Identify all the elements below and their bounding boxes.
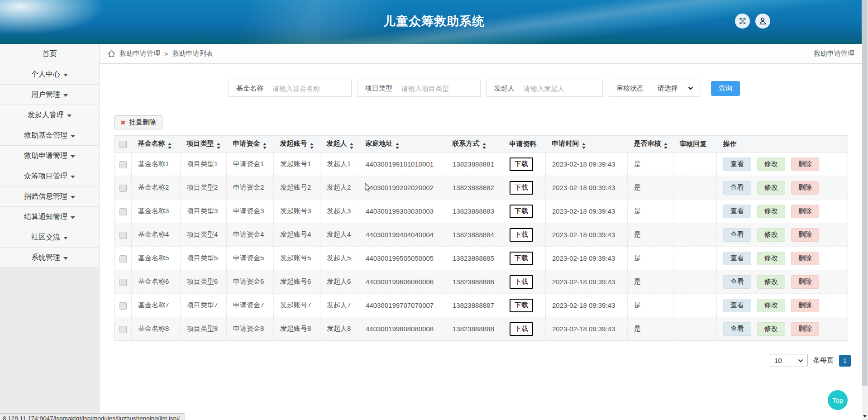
initiator-filter-input[interactable] (522, 85, 602, 92)
breadcrumb-section[interactable]: 救助申请管理 (119, 49, 160, 58)
sidebar-item-救助申请管理[interactable]: 救助申请管理 (0, 146, 99, 166)
delete-button[interactable]: 删除 (791, 228, 819, 242)
column-header-address[interactable]: 家庭地址 (359, 136, 446, 153)
view-button[interactable]: 查看 (723, 181, 751, 195)
delete-button[interactable]: 删除 (791, 205, 819, 218)
cell-ops: 查看修改删除 (717, 247, 848, 270)
edit-button[interactable]: 修改 (757, 275, 785, 289)
row-checkbox[interactable] (119, 232, 127, 239)
sidebar-item-个人中心[interactable]: 个人中心 (0, 64, 99, 85)
cell-initiator: 发起人2 (320, 176, 359, 200)
sidebar-item-社区交流[interactable]: 社区交流 (0, 227, 99, 248)
sidebar-item-label: 救助申请管理 (24, 151, 67, 161)
column-header-fund[interactable]: 基金名称 (132, 136, 181, 153)
column-header-account[interactable]: 发起账号 (274, 136, 320, 153)
edit-button[interactable]: 修改 (757, 322, 785, 336)
download-button[interactable]: 下载 (510, 322, 533, 336)
batch-delete-button[interactable]: ✖ 批量删除 (114, 115, 162, 129)
sort-down-icon (168, 147, 172, 149)
user-menu-button[interactable] (755, 14, 770, 29)
view-button[interactable]: 查看 (723, 275, 751, 289)
column-header-amount[interactable]: 申请资金 (227, 136, 274, 153)
row-checkbox[interactable] (119, 279, 127, 286)
download-button[interactable]: 下载 (510, 158, 533, 171)
sidebar-item-系统管理[interactable]: 系统管理 (0, 248, 99, 268)
column-header-type[interactable]: 项目类型 (181, 136, 227, 153)
view-button[interactable]: 查看 (723, 252, 751, 265)
row-checkbox[interactable] (119, 302, 127, 310)
view-button[interactable]: 查看 (723, 205, 751, 218)
sidebar-item-众筹项目管理[interactable]: 众筹项目管理 (0, 166, 99, 186)
sidebar-item-捐赠信息管理[interactable]: 捐赠信息管理 (0, 186, 99, 207)
row-checkbox[interactable] (119, 255, 127, 262)
edit-button[interactable]: 修改 (757, 205, 785, 218)
column-header-time[interactable]: 申请时间 (546, 136, 628, 153)
view-button[interactable]: 查看 (723, 228, 751, 242)
sidebar-item-结算通知管理[interactable]: 结算通知管理 (0, 207, 99, 227)
page-number-button[interactable]: 1 (839, 355, 851, 367)
download-button[interactable]: 下载 (510, 181, 533, 195)
edit-button[interactable]: 修改 (757, 158, 785, 171)
row-select-cell (114, 200, 132, 223)
cell-phone: 13823888885 (446, 247, 503, 270)
column-header-initiator[interactable]: 发起人 (320, 136, 359, 153)
fullscreen-button[interactable]: ⤢⤡ (735, 14, 750, 29)
cell-type: 项目类型2 (181, 176, 227, 200)
cell-time: 2023-02-18 09:39:43 (546, 223, 628, 247)
vertical-scrollbar[interactable] (862, 0, 868, 420)
download-button[interactable]: 下载 (510, 275, 533, 289)
scrollbar-down-arrow-icon[interactable] (863, 415, 867, 418)
download-button[interactable]: 下载 (510, 299, 533, 312)
view-button[interactable]: 查看 (723, 322, 751, 336)
sidebar-item-发起人管理[interactable]: 发起人管理 (0, 105, 99, 125)
breadcrumb-page[interactable]: 救助申请列表 (172, 49, 213, 58)
view-button[interactable]: 查看 (723, 299, 751, 312)
cell-account: 发起账号4 (274, 223, 320, 247)
scrollbar-thumb[interactable] (862, 0, 868, 386)
delete-button[interactable]: 删除 (791, 181, 819, 195)
delete-button[interactable]: 删除 (791, 275, 819, 289)
row-select-cell (114, 317, 132, 341)
cell-fund: 基金名称5 (132, 247, 181, 270)
sidebar-item-首页[interactable]: 首页 (0, 44, 99, 64)
delete-button[interactable]: 删除 (791, 252, 819, 265)
column-label: 申请资料 (510, 140, 537, 148)
type-filter-group: 项目类型 (358, 80, 481, 97)
type-filter-input[interactable] (400, 85, 480, 92)
page-size-select[interactable]: 10 (770, 354, 808, 367)
sort-up-icon (350, 143, 353, 145)
download-button[interactable]: 下载 (510, 252, 533, 265)
cell-address: 440300199101010001 (359, 153, 446, 176)
cell-amount: 申请资金1 (227, 153, 274, 176)
sidebar-item-用户管理[interactable]: 用户管理 (0, 85, 99, 105)
delete-button[interactable]: 删除 (791, 299, 819, 312)
sidebar-item-救助基金管理[interactable]: 救助基金管理 (0, 125, 99, 146)
row-checkbox[interactable] (119, 326, 127, 333)
back-to-top-button[interactable]: Top (828, 390, 848, 410)
chevron-down-icon (67, 115, 72, 117)
row-checkbox[interactable] (119, 185, 127, 192)
status-filter-select[interactable]: 请选择 (651, 80, 700, 96)
view-button[interactable]: 查看 (723, 158, 751, 171)
column-header-phone[interactable]: 联系方式 (446, 136, 503, 153)
select-all-checkbox[interactable] (119, 141, 127, 148)
cell-file: 下载 (503, 153, 546, 176)
edit-button[interactable]: 修改 (757, 181, 785, 195)
search-button[interactable]: 查询 (711, 81, 740, 96)
table-row: 基金名称6项目类型6申请资金6发起账号6发起人64403001996060600… (114, 270, 848, 294)
delete-button[interactable]: 删除 (791, 322, 819, 336)
sort-down-icon (263, 147, 267, 149)
cell-phone: 13823888887 (446, 294, 503, 317)
row-checkbox[interactable] (119, 161, 127, 168)
edit-button[interactable]: 修改 (757, 299, 785, 312)
sidebar-item-label: 个人中心 (31, 70, 60, 79)
home-icon[interactable] (108, 50, 115, 57)
row-checkbox[interactable] (119, 208, 127, 215)
download-button[interactable]: 下载 (510, 205, 533, 218)
edit-button[interactable]: 修改 (757, 228, 785, 242)
fund-filter-input[interactable] (271, 85, 351, 92)
edit-button[interactable]: 修改 (757, 252, 785, 265)
delete-button[interactable]: 删除 (791, 158, 819, 171)
download-button[interactable]: 下载 (510, 228, 533, 242)
column-header-audited[interactable]: 是否审核 (628, 136, 673, 153)
